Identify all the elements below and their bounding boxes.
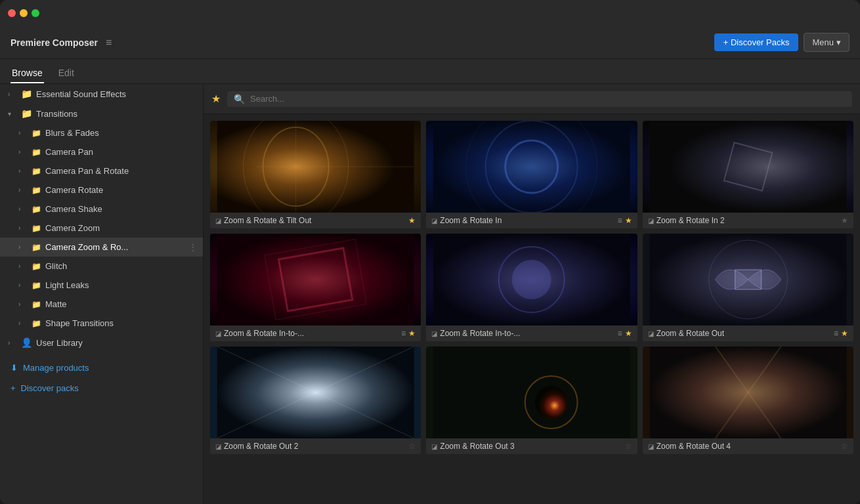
star-icon[interactable]: ★ [625,216,632,225]
chevron-right-icon: › [18,129,28,136]
folder-icon: 📁 [32,129,41,138]
search-bar: ★ 🔍 [204,84,860,114]
manage-products-action[interactable]: ⬇ Manage products [0,358,203,378]
star-icon[interactable]: ★ [408,329,416,338]
clip-icon: ◪ [648,443,654,450]
grid-item-zoom-rotate-in[interactable]: ◪ Zoom & Rotate In ≡ ★ [426,121,637,228]
star-icon[interactable]: ★ [841,329,848,338]
tab-browse[interactable]: Browse [11,64,44,83]
grid-item-zoom-rotate-into-2[interactable]: ◪ Zoom & Rotate In-to-... ≡ ★ [426,234,637,341]
sidebar-item-camera-pan-rotate[interactable]: › 📁 Camera Pan & Rotate [0,161,203,180]
thumbnail [210,234,421,326]
sidebar-item-camera-shake[interactable]: › 📁 Camera Shake [0,200,203,219]
nav-tabs: Browse Edit [0,59,860,84]
main-panel: ★ 🔍 [204,84,860,504]
thumbnail [643,346,853,438]
tab-edit[interactable]: Edit [57,64,75,83]
thumbnail [210,346,421,438]
sidebar-item-label: Matte [45,299,67,309]
folder-icon: 📁 [32,205,41,214]
item-label: Zoom & Rotate Out 2 [224,442,406,451]
chevron-right-icon: › [18,262,28,270]
svg-rect-5 [433,121,630,213]
clip-icon: ◪ [215,217,221,224]
sidebar-item-camera-rotate[interactable]: › 📁 Camera Rotate [0,180,203,200]
grid-item-zoom-rotate-out[interactable]: ◪ Zoom & Rotate Out ≡ ★ [643,234,853,341]
chevron-down-icon: ▾ [8,110,17,117]
grid-item-zoom-rotate-in-2[interactable]: ◪ Zoom & Rotate In 2 ★ [643,121,853,228]
sidebar-item-label: Essential Sound Effects [36,89,126,99]
search-input-wrap: 🔍 [227,91,852,107]
chevron-right-icon: › [18,167,28,175]
grid-label: ◪ Zoom & Rotate In ≡ ★ [426,213,637,228]
svg-point-26 [535,386,568,419]
sidebar-item-label: Camera Shake [45,204,102,214]
menu-icon[interactable]: ≡ [834,329,838,338]
traffic-lights [8,9,39,17]
sidebar-item-label: Glitch [45,261,67,271]
plus-icon: + [11,383,16,393]
sidebar-actions: ⬇ Manage products + Discover packs [0,352,203,404]
svg-rect-9 [649,121,846,213]
sidebar-item-shape-transitions[interactable]: › 📁 Shape Transitions [0,314,203,333]
menu-chevron-icon: ▾ [836,37,841,47]
menu-icon[interactable]: ≡ [618,329,622,338]
discover-packs-action[interactable]: + Discover packs [0,378,203,398]
star-icon[interactable]: ☆ [625,442,632,451]
item-label: Zoom & Rotate Out [656,329,831,338]
sidebar-item-blurs-fades[interactable]: › 📁 Blurs & Fades [0,123,203,142]
grid-label: ◪ Zoom & Rotate In-to-... ≡ ★ [210,326,421,341]
svg-rect-11 [217,234,414,326]
menu-icon[interactable]: ≡ [618,216,622,225]
folder-icon: 📁 [32,186,41,195]
chevron-right-icon: › [18,243,28,251]
sidebar-item-label: Shape Transitions [45,318,114,328]
minimize-button[interactable] [20,9,28,17]
sidebar-item-camera-zoom[interactable]: › 📁 Camera Zoom [0,219,203,238]
grid-item-zoom-7[interactable]: ◪ Zoom & Rotate Out 2 ☆ [210,346,421,454]
discover-packs-button[interactable]: + Discover Packs [714,33,799,51]
menu-button[interactable]: Menu ▾ [804,33,849,52]
clip-icon: ◪ [431,443,437,450]
topbar-left: Premiere Composer ≡ [11,37,112,49]
grid-label: ◪ Zoom & Rotate In 2 ★ [643,213,853,228]
star-icon[interactable]: ★ [408,216,416,225]
sidebar-item-matte[interactable]: › 📁 Matte [0,295,203,314]
sidebar-item-transitions[interactable]: ▾ 📁 Transitions [0,104,203,123]
item-label: Zoom & Rotate In 2 [656,216,838,225]
grid-item-zoom-rotate-into-1[interactable]: ◪ Zoom & Rotate In-to-... ≡ ★ [210,234,421,341]
star-icon[interactable]: ☆ [841,442,848,451]
sidebar-item-camera-zoom-ro[interactable]: › 📁 Camera Zoom & Ro... ⋮ [0,238,203,257]
menu-icon[interactable]: ≡ [401,329,406,338]
grid-item-zoom-9[interactable]: ◪ Zoom & Rotate Out 4 ☆ [643,346,853,454]
star-icon[interactable]: ☆ [408,442,416,451]
sidebar-item-essential-sound[interactable]: › 📁 Essential Sound Effects [0,84,203,104]
close-button[interactable] [8,9,16,17]
chevron-right-icon: › [18,186,28,194]
chevron-right-icon: › [18,224,28,232]
sidebar-item-user-library[interactable]: › 👤 User Library [0,333,203,352]
grid-item-zoom-rotate-tilt-out[interactable]: ◪ Zoom & Rotate & Tilt Out ★ [210,121,421,228]
topbar-right: + Discover Packs Menu ▾ [714,33,849,52]
hamburger-icon[interactable]: ≡ [106,37,112,49]
topbar: Premiere Composer ≡ + Discover Packs Men… [0,26,860,59]
sidebar-item-label: Transitions [36,109,77,119]
star-icon[interactable]: ★ [625,329,632,338]
star-icon[interactable]: ★ [841,216,848,225]
sidebar-item-label: Light Leaks [45,280,89,290]
star-filter-icon[interactable]: ★ [211,93,221,105]
folder-icon: 📁 [32,262,41,271]
thumbnail [426,346,637,438]
content: › 📁 Essential Sound Effects ▾ 📁 Transiti… [0,84,860,504]
grid-container: ◪ Zoom & Rotate & Tilt Out ★ [204,114,860,504]
sidebar-item-camera-pan[interactable]: › 📁 Camera Pan [0,142,203,161]
grid-item-zoom-8[interactable]: ◪ Zoom & Rotate Out 3 ☆ [426,346,637,454]
sidebar-item-light-leaks[interactable]: › 📁 Light Leaks [0,276,203,295]
maximize-button[interactable] [32,9,39,17]
chevron-right-icon: › [18,205,28,213]
sidebar-item-glitch[interactable]: › 📁 Glitch [0,257,203,276]
clip-icon: ◪ [431,330,437,337]
dots-icon[interactable]: ⋮ [188,242,198,253]
search-input[interactable] [250,94,846,104]
folder-icon: 📁 [32,224,41,233]
